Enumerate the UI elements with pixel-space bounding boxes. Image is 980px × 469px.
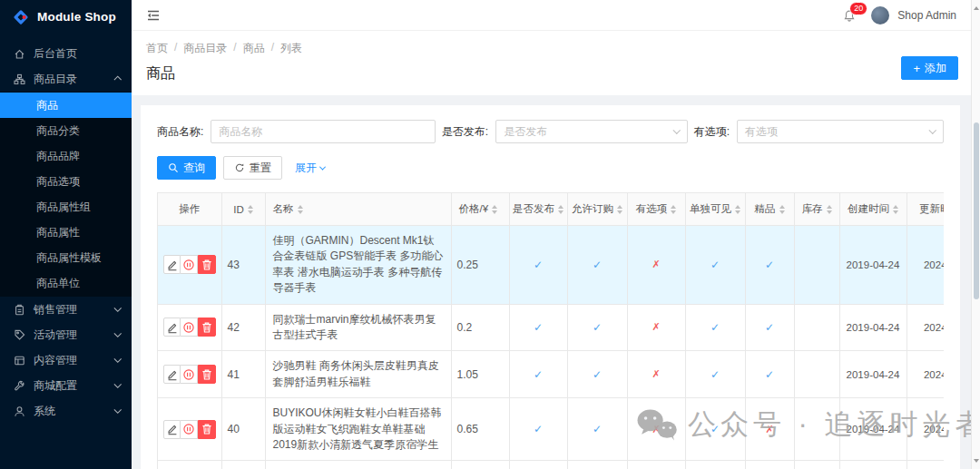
sidebar-item-attributes[interactable]: 商品属性 — [0, 220, 132, 245]
col-operations: 操作 — [158, 193, 221, 226]
system-icon — [14, 405, 25, 417]
sidebar-group-config[interactable]: 商城配置 — [0, 373, 132, 398]
product-name: 佳明（GARMIN）Descent Mk1钛合金表链版 GPS智能手表 多功能心… — [265, 226, 451, 305]
reset-button[interactable]: 重置 — [223, 156, 282, 180]
options-select[interactable]: 有选项 — [737, 120, 944, 143]
sidebar-group-sales[interactable]: 销售管理 — [0, 297, 132, 322]
featured-flag: ✓ — [745, 304, 794, 351]
sidebar-group-system[interactable]: 系统 — [0, 398, 132, 424]
scrollbar-thumb[interactable] — [974, 122, 979, 299]
scrollbar-up-arrow[interactable] — [974, 6, 979, 10]
featured-flag: ✓ — [745, 461, 794, 469]
col-name[interactable]: 名称 — [265, 193, 451, 226]
table-row: 39 Gnxr 专柜品质纯色修身西装上衣薄款西服男2019春装新品男士休闲外套 … — [158, 461, 944, 469]
sidebar-item-product-category[interactable]: 商品分类 — [0, 118, 132, 143]
col-visible[interactable]: 单独可见 — [685, 193, 745, 226]
expand-link[interactable]: 展开 — [295, 161, 325, 176]
sidebar-item-products[interactable]: 商品 — [0, 93, 132, 118]
featured-flag: ✓ — [745, 351, 794, 398]
edit-button[interactable] — [163, 318, 181, 337]
sidebar-group-content[interactable]: 内容管理 — [0, 347, 132, 373]
product-name-label: 商品名称: — [157, 124, 203, 140]
product-name-input[interactable] — [211, 120, 436, 143]
page-scrollbar[interactable] — [971, 0, 980, 469]
chevron-down-icon — [113, 406, 121, 414]
filter-bar: 商品名称: 是否发布: 是否发布 有选项: 有选项 — [157, 120, 944, 143]
chevron-down-icon — [928, 126, 936, 133]
delete-button[interactable] — [198, 420, 215, 439]
breadcrumb-current: 列表 — [280, 41, 302, 56]
sort-icon — [492, 205, 497, 214]
sidebar-item-attribute-group[interactable]: 商品属性组 — [0, 194, 132, 220]
sidebar-item-product-unit[interactable]: 商品单位 — [0, 270, 132, 296]
app-logo[interactable]: Module Shop — [0, 0, 132, 34]
delete-button[interactable] — [198, 318, 215, 337]
product-price: 0.25 — [451, 226, 509, 305]
disable-button[interactable] — [181, 255, 198, 274]
delete-button[interactable] — [198, 255, 215, 274]
visible-flag: ✓ — [685, 226, 745, 305]
chevron-down-icon — [113, 330, 121, 337]
chevron-down-icon — [113, 305, 121, 312]
main-area: 20 Shop Admin 首页 / 商品目录 / 商品 / 列表 商品 + 添… — [132, 0, 980, 469]
sidebar-group-catalog[interactable]: 商品目录 — [0, 66, 132, 92]
has-options-flag: ✗ — [627, 398, 685, 461]
refresh-icon — [234, 162, 245, 173]
chevron-down-icon — [673, 126, 681, 133]
search-button[interactable]: 查询 — [157, 156, 216, 180]
page-title: 商品 — [146, 64, 965, 83]
orderable-flag: ✓ — [567, 398, 627, 461]
published-flag: ✓ — [509, 351, 567, 398]
col-id[interactable]: ID — [221, 193, 265, 226]
sidebar-item-attribute-template[interactable]: 商品属性模板 — [0, 245, 132, 270]
disable-button[interactable] — [181, 420, 198, 439]
edit-button[interactable] — [163, 420, 181, 439]
menu-fold-button[interactable] — [145, 8, 162, 23]
col-created[interactable]: 创建时间 — [839, 193, 906, 226]
breadcrumb-separator: / — [174, 41, 177, 56]
col-featured[interactable]: 精品 — [745, 193, 794, 226]
disable-button[interactable] — [181, 365, 198, 384]
sidebar-item-product-options[interactable]: 商品选项 — [0, 169, 132, 194]
topbar-right: 20 Shop Admin — [843, 6, 956, 24]
col-stock[interactable]: 库存 — [794, 193, 839, 226]
published-flag: ✓ — [509, 398, 567, 461]
orderable-flag: ✓ — [567, 351, 627, 398]
col-price[interactable]: 价格/¥ — [451, 193, 509, 226]
sidebar-group-activity[interactable]: 活动管理 — [0, 322, 132, 347]
sort-icon — [893, 205, 898, 214]
created-date: 2019-04-24 — [839, 351, 906, 398]
col-published[interactable]: 是否发布 — [509, 193, 567, 226]
user-name[interactable]: Shop Admin — [897, 9, 956, 22]
sidebar-item-product-brand[interactable]: 商品品牌 — [0, 143, 132, 169]
sidebar-menu: 后台首页 商品目录 商品 商品分类 商品品牌 商品选项 商品属性组 商品属性 商… — [0, 34, 132, 424]
col-has-options[interactable]: 有选项 — [627, 193, 685, 226]
catalog-submenu: 商品 商品分类 商品品牌 商品选项 商品属性组 商品属性 商品属性模板 商品单位 — [0, 92, 132, 297]
disable-button[interactable] — [181, 318, 198, 337]
updated-date: 2024-03- — [906, 304, 944, 351]
add-button[interactable]: + 添加 — [901, 56, 958, 80]
avatar[interactable] — [871, 6, 889, 24]
topbar: 20 Shop Admin — [132, 0, 980, 31]
chevron-down-icon — [113, 356, 121, 363]
catalog-icon — [14, 73, 25, 85]
notification-bell[interactable]: 20 — [843, 9, 856, 22]
breadcrumb-separator: / — [271, 41, 274, 56]
sort-icon — [671, 205, 676, 214]
edit-button[interactable] — [163, 365, 181, 384]
col-updated[interactable]: 更新时间 — [906, 193, 944, 226]
delete-button[interactable] — [198, 365, 215, 384]
activity-icon — [14, 329, 25, 341]
breadcrumb-home[interactable]: 首页 — [146, 41, 168, 56]
sidebar-item-home[interactable]: 后台首页 — [0, 41, 132, 66]
col-orderable[interactable]: 允许订购 — [567, 193, 627, 226]
breadcrumb: 首页 / 商品目录 / 商品 / 列表 — [146, 41, 965, 56]
action-bar: 查询 重置 展开 — [157, 156, 944, 180]
options-filter-label: 有选项: — [694, 124, 730, 140]
breadcrumb-catalog[interactable]: 商品目录 — [183, 41, 227, 56]
scrollbar-down-arrow[interactable] — [974, 459, 979, 463]
breadcrumb-products[interactable]: 商品 — [243, 41, 265, 56]
edit-button[interactable] — [163, 255, 181, 274]
publish-select[interactable]: 是否发布 — [495, 120, 688, 143]
search-icon — [168, 162, 179, 173]
